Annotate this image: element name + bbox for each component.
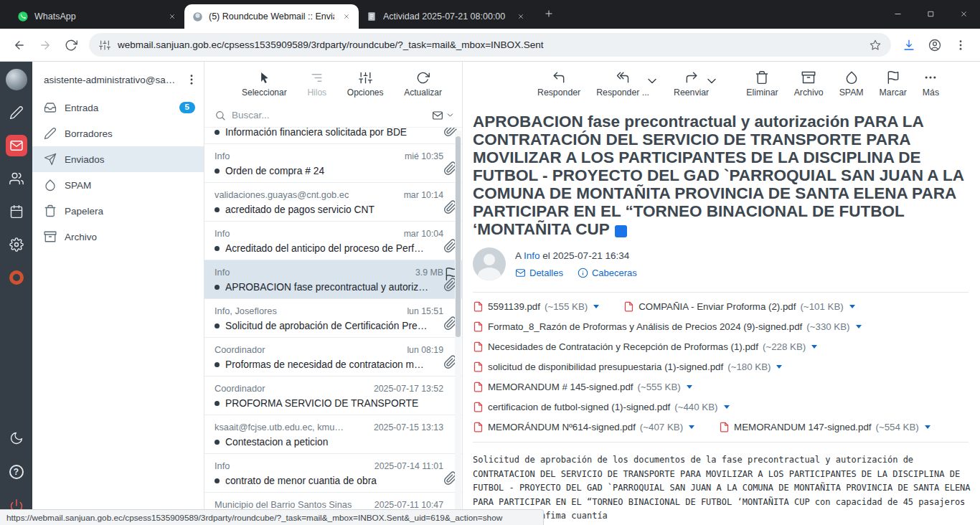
- site-settings-icon[interactable]: [99, 39, 110, 51]
- message-reader: Responder Responder ... Reenviar Elimina…: [463, 62, 980, 525]
- select-button[interactable]: Seleccionar: [242, 71, 287, 98]
- attachment-menu-icon[interactable]: [724, 405, 730, 409]
- downloads-button[interactable]: [897, 33, 921, 57]
- mark-button[interactable]: Marcar: [880, 70, 907, 98]
- forward-button[interactable]: [33, 33, 57, 57]
- headers-link[interactable]: Cabeceras: [578, 268, 637, 278]
- mail-task-button[interactable]: [6, 135, 27, 156]
- contacts-button[interactable]: [6, 168, 27, 189]
- attachment-menu-icon[interactable]: [593, 305, 599, 308]
- details-link[interactable]: Detalles: [515, 268, 563, 278]
- message-row-selected[interactable]: Info3.9 MB APROBACION fase precontractua…: [204, 260, 462, 299]
- message-row[interactable]: Coordinadorlun 08:19 Proformas de necesi…: [204, 338, 462, 377]
- reload-button[interactable]: [59, 33, 83, 57]
- back-button[interactable]: [7, 33, 32, 57]
- search-input[interactable]: [232, 110, 426, 120]
- message-row[interactable]: validaciones.guayas@cnt.gob.ecmar 10:14 …: [204, 183, 462, 222]
- message-row[interactable]: Información financiera solicitada por BD…: [204, 128, 462, 144]
- reply-all-button[interactable]: Responder ...: [596, 70, 649, 98]
- sidebar-item-entrada[interactable]: Entrada 5: [32, 95, 204, 120]
- attachment-name[interactable]: COMPAÑIA - Enviar Proforma (2).pdf: [639, 301, 796, 312]
- bookmark-star-icon[interactable]: [870, 39, 881, 51]
- tab-close-icon[interactable]: [166, 10, 179, 23]
- reply-button[interactable]: Responder: [537, 70, 580, 98]
- attachment-name[interactable]: Necesidades de Contratación y Recepción …: [488, 341, 758, 352]
- attachment-menu-icon[interactable]: [687, 385, 692, 389]
- message-row[interactable]: Infomar 10:04 Acreditado del anticipo de…: [204, 222, 462, 260]
- message-row[interactable]: ksaait@fcjse.utb.edu.ec, kmu…2025-07-15 …: [204, 415, 462, 454]
- attachment-item[interactable]: solicitud de disponibilidad presupuestar…: [473, 361, 782, 372]
- folder-options-icon[interactable]: [185, 73, 198, 86]
- refresh-button[interactable]: Actualizar: [404, 71, 442, 98]
- attachment-name[interactable]: Formato_8_Razón de Proformas y Análisis …: [488, 321, 802, 332]
- message-row[interactable]: Info, Josefloreslun 15:51 Solicitud de a…: [204, 299, 462, 338]
- chevron-down-icon[interactable]: [705, 74, 719, 88]
- chevron-down-icon[interactable]: [645, 74, 659, 88]
- calendar-button[interactable]: [6, 201, 27, 222]
- message-row[interactable]: Coordinador2025-07-17 13:52 PROFORMA SER…: [204, 377, 462, 415]
- cpanel-icon[interactable]: [6, 267, 27, 288]
- threads-button[interactable]: Hilos: [307, 71, 326, 98]
- avatar: [473, 247, 506, 280]
- webmail-logo: [6, 69, 27, 90]
- attachment-menu-icon[interactable]: [925, 425, 930, 429]
- open-in-new-window-icon[interactable]: [615, 225, 627, 237]
- omnibox[interactable]: webmail.sanjuan.gob.ec/cpsess1535909589/…: [89, 33, 891, 57]
- search-scope-button[interactable]: [432, 110, 455, 121]
- attachment-name[interactable]: 5591139.pdf: [488, 301, 540, 312]
- attachment-name[interactable]: MEMORANDUM # 145-signed.pdf: [488, 382, 633, 392]
- attachment-name[interactable]: certificacion de futbol-signed (1)-signe…: [488, 402, 670, 412]
- attachment-item[interactable]: 5591139.pdf(~155 KB): [473, 301, 599, 312]
- delete-button[interactable]: Eliminar: [746, 70, 778, 98]
- attachment-menu-icon[interactable]: [856, 325, 862, 328]
- sidebar-item-borradores[interactable]: Borradores: [32, 120, 204, 146]
- maximize-button[interactable]: [914, 0, 947, 27]
- recipient-link[interactable]: Info: [524, 250, 540, 261]
- spam-button[interactable]: SPAM: [839, 70, 864, 98]
- attachment-menu-icon[interactable]: [849, 305, 855, 308]
- attachment-item[interactable]: MEMORANDUM # 145-signed.pdf(~555 KB): [473, 382, 692, 392]
- message-row[interactable]: Infomié 10:35 Orden de compra # 24: [204, 144, 462, 183]
- status-dot: [215, 440, 220, 445]
- dark-mode-button[interactable]: [6, 427, 27, 449]
- tab-whatsapp[interactable]: WhatsApp: [10, 4, 184, 29]
- profile-button[interactable]: [923, 33, 947, 57]
- tab-close-icon[interactable]: [340, 10, 353, 23]
- scrollbar-thumb[interactable]: [456, 136, 461, 337]
- attachment-item[interactable]: certificacion de futbol-signed (1)-signe…: [473, 402, 730, 412]
- message-row[interactable]: Info2025-07-14 11:01 contrato de menor c…: [204, 454, 462, 493]
- minimize-button[interactable]: [881, 0, 914, 27]
- pdf-icon: [473, 422, 484, 432]
- sidebar-item-archivo[interactable]: Archivo: [32, 224, 204, 250]
- attachment-menu-icon[interactable]: [776, 365, 782, 369]
- attachment-size: (~155 KB): [545, 301, 588, 312]
- sidebar-item-enviados[interactable]: Enviados: [32, 146, 204, 172]
- attachment-menu-icon[interactable]: [811, 345, 817, 349]
- tab-close-icon[interactable]: [514, 10, 527, 23]
- archive-button[interactable]: Archivo: [794, 70, 824, 98]
- settings-button[interactable]: [6, 234, 27, 255]
- help-button[interactable]: ?: [6, 461, 27, 483]
- attachment-item[interactable]: MEMORANDUM 147-signed.pdf(~554 KB): [719, 422, 930, 432]
- attachment-menu-icon[interactable]: [689, 425, 694, 429]
- tab-roundcube[interactable]: (5) Roundcube Webmail :: Envia: [184, 4, 359, 29]
- options-button[interactable]: Opciones: [347, 71, 384, 98]
- attachment-item[interactable]: Formato_8_Razón de Proformas y Análisis …: [473, 321, 862, 332]
- compose-button[interactable]: [6, 102, 27, 123]
- sidebar-item-spam[interactable]: SPAM: [32, 172, 204, 198]
- close-button[interactable]: [947, 0, 980, 27]
- tab-actividad[interactable]: Actividad 2025-07-21 08:00:00: [359, 4, 533, 29]
- list-scrollbar[interactable]: [455, 131, 461, 525]
- attachment-name[interactable]: MEMORÁNDUM Nº614-signed.pdf: [488, 422, 636, 432]
- attachment-item[interactable]: COMPAÑIA - Enviar Proforma (2).pdf(~101 …: [623, 301, 854, 312]
- forward-button[interactable]: Reenviar: [674, 70, 709, 98]
- new-tab-button[interactable]: [539, 4, 559, 24]
- more-button[interactable]: Más: [923, 70, 939, 98]
- attachment-item[interactable]: Necesidades de Contratación y Recepción …: [473, 341, 817, 352]
- attachment-name[interactable]: MEMORANDUM 147-signed.pdf: [734, 422, 871, 432]
- browser-menu-button[interactable]: [948, 33, 973, 57]
- attachment-item[interactable]: MEMORÁNDUM Nº614-signed.pdf(~407 KB): [473, 422, 694, 432]
- sidebar-item-papelera[interactable]: Papelera: [32, 198, 204, 224]
- attachment-name[interactable]: solicitud de disponibilidad presupuestar…: [488, 361, 723, 372]
- url-text[interactable]: webmail.sanjuan.gob.ec/cpsess1535909589/…: [118, 39, 862, 50]
